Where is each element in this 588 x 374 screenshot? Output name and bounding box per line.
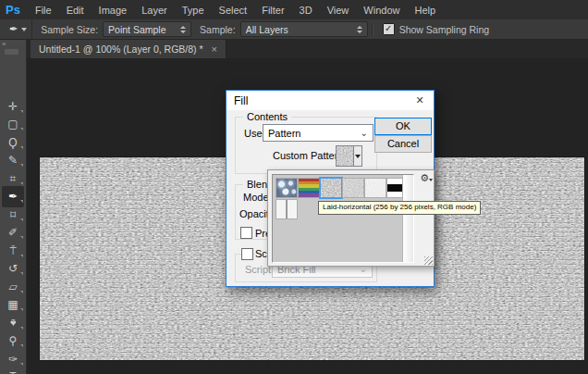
- blur-tool[interactable]: ♠: [0, 315, 26, 331]
- menu-help[interactable]: Help: [407, 5, 443, 16]
- crop-tool[interactable]: ⌗: [0, 170, 26, 187]
- sample-dropdown[interactable]: All Layers: [240, 21, 368, 37]
- document-tab-bar: Untitled-1 @ 100% (Layer 0, RGB/8) * ×: [26, 39, 588, 58]
- show-sampling-ring-checkbox[interactable]: ✓: [383, 23, 395, 35]
- use-dropdown[interactable]: Pattern ⌄: [263, 124, 374, 142]
- photoshop-window: Ps File Edit Image Layer Type Select Fil…: [0, 0, 588, 374]
- chevron-down-icon: [21, 28, 27, 31]
- pattern-swatch-laid-horizontal[interactable]: [320, 178, 342, 198]
- sample-value: All Layers: [246, 24, 288, 35]
- panel-resize-grip[interactable]: [424, 256, 433, 265]
- pattern-swatch-tie-dye[interactable]: [298, 178, 320, 198]
- dropdown-arrows-icon: [349, 26, 362, 33]
- custom-pattern-thumbnail: [337, 146, 353, 166]
- eyedropper-tool[interactable]: ✒: [0, 188, 26, 205]
- document-tab[interactable]: Untitled-1 @ 100% (Layer 0, RGB/8) * ×: [31, 39, 227, 58]
- dialog-title-bar[interactable]: Fill: [227, 91, 434, 110]
- pattern-swatch-fine-grain[interactable]: [364, 178, 386, 198]
- dialog-title: Fill: [234, 94, 248, 107]
- fill-dialog: Fill ✕ Contents Use: Pattern ⌄ Custom Pa…: [226, 90, 435, 287]
- dropdown-arrows-icon: [173, 26, 186, 33]
- dialog-close-button[interactable]: ✕: [406, 91, 434, 110]
- brush-tool[interactable]: ✐: [0, 224, 26, 241]
- photoshop-logo: Ps: [0, 3, 28, 17]
- pattern-dropdown-arrow[interactable]: [353, 146, 361, 166]
- cancel-button[interactable]: Cancel: [374, 135, 432, 153]
- lasso-tool[interactable]: Ϙ: [0, 134, 26, 151]
- pattern-swatch-bubbles[interactable]: [276, 178, 298, 198]
- menu-type[interactable]: Type: [175, 5, 212, 16]
- healing-brush-tool[interactable]: ⌑: [0, 206, 26, 223]
- sample-size-label: Sample Size:: [41, 24, 98, 35]
- menu-edit[interactable]: Edit: [59, 5, 92, 16]
- move-tool[interactable]: ✛: [0, 98, 26, 115]
- tab-close-icon[interactable]: ×: [212, 44, 217, 55]
- chevron-down-icon: ⌄: [360, 266, 367, 273]
- dodge-tool[interactable]: ⚲: [0, 332, 26, 349]
- custom-pattern-picker-button[interactable]: [336, 145, 362, 167]
- menu-select[interactable]: Select: [212, 5, 255, 16]
- pattern-picker-panel: ⚙: [267, 169, 435, 267]
- script-checkbox[interactable]: [241, 248, 253, 260]
- sample-label: Sample:: [200, 24, 236, 35]
- separator: [372, 23, 374, 36]
- eraser-tool[interactable]: ▱: [0, 279, 26, 295]
- tools-panel: » ✛ ▢ Ϙ ✎ ⌗ ✒ ⌑ ✐ ⍑ ↺ ▱ ▦ ♠ ⚲ ✑ T ↖ ▭: [0, 39, 27, 374]
- pattern-tooltip: Laid-horizontal (256 by 256 pixels, RGB …: [318, 201, 481, 215]
- chevron-down-icon: ⌄: [361, 130, 368, 137]
- pattern-swatch-well: [272, 174, 414, 263]
- menu-bar: Ps File Edit Image Layer Type Select Fil…: [0, 0, 588, 19]
- menu-view[interactable]: View: [320, 5, 357, 16]
- show-sampling-ring-label: Show Sampling Ring: [399, 24, 489, 35]
- panel-collapse-icon[interactable]: »: [2, 40, 5, 48]
- pattern-well-scrollbar[interactable]: [402, 175, 413, 262]
- pattern-swatch-vertical-line[interactable]: [276, 199, 298, 219]
- type-tool[interactable]: T: [0, 368, 26, 374]
- menu-filter[interactable]: Filter: [254, 5, 291, 16]
- history-brush-tool[interactable]: ↺: [0, 260, 26, 277]
- sample-size-value: Point Sample: [108, 24, 165, 35]
- menu-3d[interactable]: 3D: [292, 5, 320, 16]
- document-tab-title: Untitled-1 @ 100% (Layer 0, RGB/8) *: [39, 44, 203, 55]
- options-bar: ✒ Sample Size: Point Sample Sample: All …: [0, 19, 588, 40]
- marquee-tool[interactable]: ▢: [0, 116, 26, 132]
- menu-window[interactable]: Window: [356, 5, 407, 16]
- menu-layer[interactable]: Layer: [134, 5, 175, 16]
- gear-menu-caret-icon: [429, 179, 433, 181]
- preserve-transparency-checkbox[interactable]: [240, 227, 252, 239]
- ok-button[interactable]: OK: [374, 118, 432, 135]
- gradient-tool[interactable]: ▦: [0, 296, 26, 313]
- panel-grip[interactable]: [5, 49, 18, 55]
- quick-selection-tool[interactable]: ✎: [0, 152, 26, 168]
- contents-legend: Contents: [243, 111, 291, 122]
- eyedropper-icon: ✒: [9, 23, 18, 35]
- pattern-swatch-laid-vertical[interactable]: [342, 178, 364, 198]
- menu-image[interactable]: Image: [92, 5, 135, 16]
- tool-preset-picker[interactable]: ✒: [0, 19, 32, 39]
- use-value: Pattern: [268, 128, 300, 139]
- menu-file[interactable]: File: [28, 5, 59, 16]
- pen-tool[interactable]: ✑: [0, 351, 26, 368]
- gear-icon[interactable]: ⚙: [420, 172, 429, 183]
- sample-size-dropdown[interactable]: Point Sample: [103, 21, 191, 37]
- clone-stamp-tool[interactable]: ⍑: [0, 243, 26, 259]
